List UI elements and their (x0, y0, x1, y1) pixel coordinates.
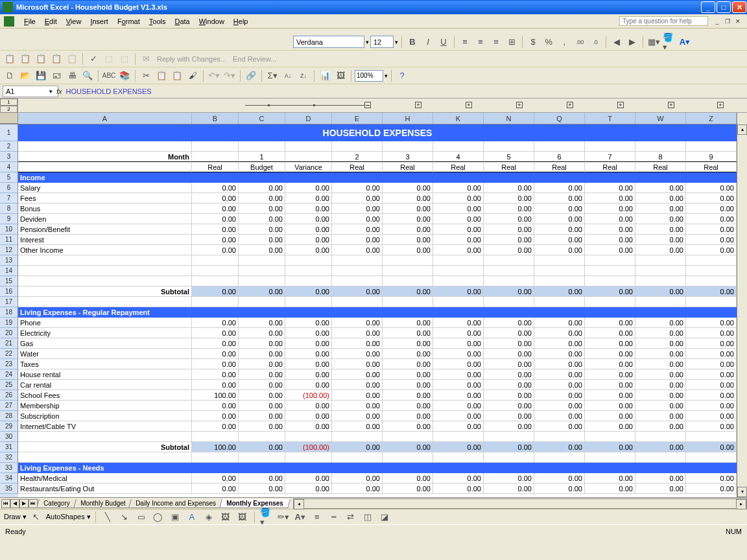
cell[interactable]: 0.00 (239, 369, 285, 380)
row-header[interactable]: 10 (0, 224, 18, 235)
font-color-draw-icon[interactable]: A▾ (293, 510, 307, 524)
cell[interactable] (192, 276, 239, 286)
cell[interactable]: 0.00 (433, 183, 484, 193)
cell[interactable]: 0.00 (285, 318, 332, 328)
col-header[interactable]: C (239, 113, 285, 124)
cell[interactable]: 0.00 (239, 484, 285, 494)
new-file-icon[interactable]: 🗋 (3, 69, 17, 83)
outline-level-1[interactable]: 1 (0, 99, 18, 106)
cell[interactable]: 6 (534, 152, 585, 162)
cell[interactable]: Real (585, 162, 635, 172)
cell[interactable]: Subtotal (18, 442, 192, 452)
autosum-icon[interactable]: Σ▾ (265, 69, 279, 83)
cell[interactable]: 0.00 (484, 369, 534, 380)
cell[interactable]: 0.00 (484, 214, 534, 224)
cell[interactable] (433, 266, 484, 276)
cell[interactable]: 0.00 (285, 369, 332, 380)
row-header[interactable]: 22 (0, 349, 18, 359)
cell[interactable]: 0.00 (285, 286, 332, 297)
cell[interactable]: Real (433, 162, 484, 172)
cell[interactable] (585, 297, 635, 307)
cell[interactable]: 0.00 (635, 484, 686, 494)
cell[interactable]: 0.00 (686, 390, 737, 401)
cell[interactable]: 0.00 (192, 484, 239, 494)
cell[interactable]: 0.00 (332, 380, 383, 390)
row-header[interactable]: 30 (0, 432, 18, 442)
paste-icon[interactable]: 📋 (170, 69, 184, 83)
cell[interactable]: 0.00 (484, 245, 534, 255)
cell[interactable]: 0.00 (285, 245, 332, 255)
cell[interactable] (484, 297, 534, 307)
cell[interactable]: 0.00 (686, 318, 737, 328)
cell[interactable]: 0.00 (484, 359, 534, 369)
cell[interactable] (484, 255, 534, 266)
print-icon[interactable]: 🖶 (65, 69, 79, 83)
cell[interactable] (686, 297, 737, 307)
cell[interactable]: 0.00 (534, 245, 585, 255)
col-header[interactable]: W (635, 113, 686, 124)
cell[interactable]: 0.00 (635, 359, 686, 369)
cell[interactable]: 0.00 (585, 328, 635, 338)
spreadsheet-grid[interactable]: 1234567891011121314151617181920212223242… (0, 124, 737, 497)
cell[interactable] (18, 276, 192, 286)
cell[interactable] (239, 297, 285, 307)
cell[interactable]: 0.00 (686, 286, 737, 297)
cell[interactable] (585, 255, 635, 266)
sheet-tab[interactable]: Category (36, 499, 77, 508)
chart-wizard-icon[interactable]: 📊 (318, 69, 332, 83)
cell[interactable]: 0.00 (484, 390, 534, 401)
cell[interactable] (332, 255, 383, 266)
cell[interactable]: Subtotal (18, 286, 192, 297)
cell[interactable]: 0.00 (285, 328, 332, 338)
cell[interactable]: 0.00 (285, 380, 332, 390)
copy-icon[interactable]: 📋 (154, 69, 169, 83)
cell[interactable]: 0.00 (192, 235, 239, 245)
cell[interactable]: 0.00 (332, 473, 383, 484)
row-header[interactable]: 32 (0, 452, 18, 463)
tab-nav-first[interactable]: ⏮ (1, 499, 10, 508)
3d-icon[interactable]: ◪ (377, 510, 392, 524)
cell[interactable]: 0.00 (635, 421, 686, 432)
cell[interactable]: 0.00 (433, 359, 484, 369)
cell[interactable]: 0.00 (635, 183, 686, 193)
menu-edit[interactable]: Edit (40, 16, 62, 27)
cell[interactable]: Deviden (18, 214, 192, 224)
col-header[interactable]: N (484, 113, 534, 124)
cell[interactable] (332, 297, 383, 307)
cell[interactable]: 0.00 (686, 473, 737, 484)
cell[interactable]: 0.00 (484, 442, 534, 452)
next-comment-icon[interactable]: 📋 (34, 52, 48, 66)
menu-file[interactable]: File (19, 16, 40, 27)
open-file-icon[interactable]: 📂 (18, 69, 32, 83)
cell[interactable]: 0.00 (534, 473, 585, 484)
cell[interactable]: 0.00 (285, 224, 332, 235)
cell[interactable]: Interest (18, 235, 192, 245)
cell[interactable]: 0.00 (383, 411, 433, 421)
hide-comment-icon[interactable]: 📋 (65, 52, 79, 66)
cell[interactable] (383, 255, 433, 266)
italic-button[interactable]: I (421, 35, 435, 49)
cell[interactable] (285, 255, 332, 266)
col-header[interactable]: T (585, 113, 635, 124)
cell[interactable] (192, 266, 239, 276)
cell[interactable] (484, 276, 534, 286)
cell[interactable] (285, 452, 332, 463)
cell[interactable] (534, 266, 585, 276)
cell[interactable]: 0.00 (433, 204, 484, 214)
cell[interactable]: 0.00 (484, 328, 534, 338)
col-header[interactable]: B (192, 113, 239, 124)
shadow-icon[interactable]: ◫ (361, 510, 375, 524)
cell[interactable] (585, 266, 635, 276)
cell[interactable]: 0.00 (686, 484, 737, 494)
cell[interactable] (383, 141, 433, 152)
row-header[interactable]: 21 (0, 338, 18, 349)
cell[interactable]: 0.00 (192, 338, 239, 349)
row-header[interactable]: 31 (0, 442, 18, 452)
cell[interactable]: 0.00 (239, 245, 285, 255)
cell[interactable]: 0.00 (686, 193, 737, 204)
cell[interactable]: 1 (239, 152, 285, 162)
cell[interactable]: Pension/Benefit (18, 224, 192, 235)
cell[interactable]: Salary (18, 183, 192, 193)
cell[interactable] (18, 432, 192, 442)
cell[interactable]: 0.00 (534, 349, 585, 359)
